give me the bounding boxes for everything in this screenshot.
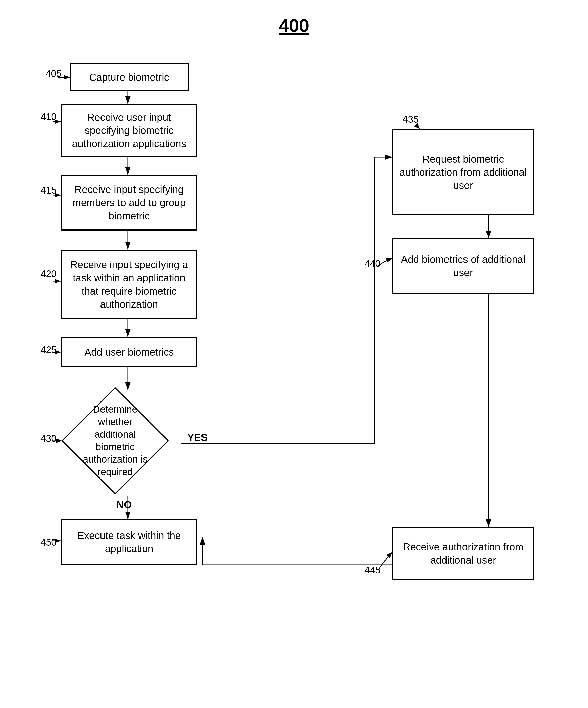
step-label-435: 435 (402, 114, 419, 125)
step-label-430: 430 (40, 433, 57, 444)
box-execute-task: Execute task within the application (61, 519, 197, 565)
no-label: NO (117, 499, 132, 510)
step-label-450: 450 (40, 537, 57, 548)
diamond-determine: Determine whether additional biometric a… (62, 388, 168, 494)
step-label-410: 410 (40, 112, 57, 122)
flowchart: 405 Capture biometric 410 Receive user i… (25, 38, 557, 697)
box-receive-members: Receive input specifying members to add … (61, 175, 197, 231)
step-label-405: 405 (45, 68, 62, 79)
yes-label: YES (187, 432, 208, 443)
box-receive-input-apps: Receive user input specifying biometric … (61, 104, 197, 157)
box-receive-auth: Receive authorization from additional us… (392, 527, 534, 580)
step-label-440: 440 (365, 258, 380, 269)
page-title: 400 (279, 15, 309, 36)
box-request-bio-auth: Request biometric authorization from add… (392, 129, 534, 215)
box-capture: Capture biometric (70, 63, 189, 91)
step-label-420: 420 (40, 268, 57, 279)
box-receive-task: Receive input specifying a task within a… (61, 249, 197, 319)
step-label-425: 425 (40, 345, 57, 355)
step-label-445: 445 (365, 565, 380, 576)
step-label-415: 415 (40, 185, 57, 196)
box-add-user-bio: Add user biometrics (61, 337, 197, 367)
box-add-bio-additional: Add biometrics of additional user (392, 238, 534, 294)
diamond-text: Determine whether additional biometric a… (80, 403, 151, 478)
